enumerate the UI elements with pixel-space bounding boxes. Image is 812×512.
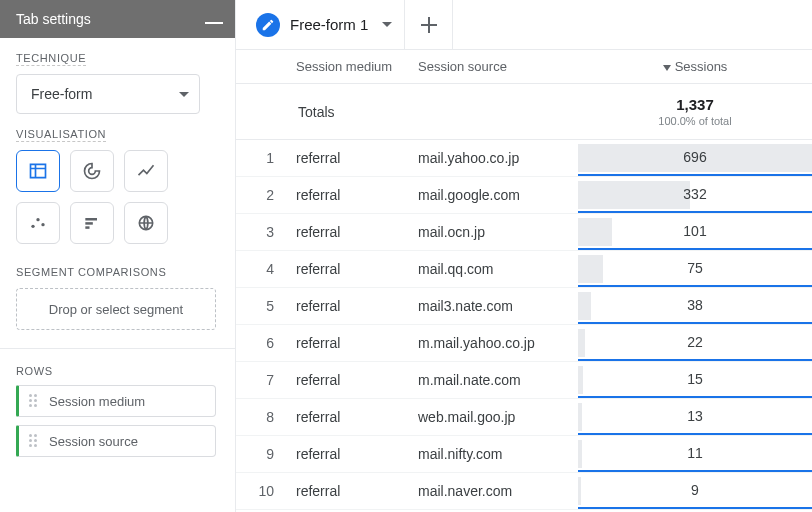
globe-icon xyxy=(136,213,156,233)
table-row[interactable]: 8referralweb.mail.goo.jp13 xyxy=(236,399,812,436)
add-tab-button[interactable] xyxy=(405,0,453,50)
row-medium: referral xyxy=(290,372,418,388)
row-sessions-cell: 101 xyxy=(578,214,812,250)
technique-select[interactable]: Free-form xyxy=(16,74,200,114)
vis-geo-button[interactable] xyxy=(124,202,168,244)
row-sessions-value: 9 xyxy=(691,482,699,498)
row-sessions-cell: 11 xyxy=(578,436,812,472)
svg-rect-4 xyxy=(85,222,93,225)
row-source: web.mail.goo.jp xyxy=(418,409,578,425)
totals-row: Totals 1,337 100.0% of total xyxy=(236,84,812,140)
scatter-chart-icon xyxy=(28,213,48,233)
line-chart-icon xyxy=(136,161,156,181)
svg-point-1 xyxy=(36,218,39,221)
data-rows: 1referralmail.yahoo.co.jp6962referralmai… xyxy=(236,140,812,510)
technique-value: Free-form xyxy=(31,86,92,102)
segment-dropzone[interactable]: Drop or select segment xyxy=(16,288,216,330)
table-row[interactable]: 10referralmail.naver.com9 xyxy=(236,473,812,510)
row-sessions-value: 696 xyxy=(683,149,706,165)
col-header-source[interactable]: Session source xyxy=(418,59,578,74)
table-row[interactable]: 7referralm.mail.nate.com15 xyxy=(236,362,812,399)
row-sessions-cell: 9 xyxy=(578,473,812,509)
main-panel: Free-form 1 Session medium Session sourc… xyxy=(236,0,812,512)
row-sessions-cell: 696 xyxy=(578,140,812,176)
totals-value: 1,337 xyxy=(578,96,812,113)
row-sessions-cell: 22 xyxy=(578,325,812,361)
row-medium: referral xyxy=(290,150,418,166)
table-row[interactable]: 1referralmail.yahoo.co.jp696 xyxy=(236,140,812,177)
row-sessions-value: 332 xyxy=(683,186,706,202)
drag-handle-icon xyxy=(29,394,39,408)
sidebar-title: Tab settings xyxy=(16,11,91,27)
row-medium: referral xyxy=(290,261,418,277)
row-medium: referral xyxy=(290,187,418,203)
report-tab-freeform1[interactable]: Free-form 1 xyxy=(246,0,405,50)
chevron-down-icon xyxy=(179,92,189,97)
table-icon xyxy=(28,161,48,181)
edit-icon xyxy=(256,13,280,37)
technique-label: TECHNIQUE xyxy=(16,52,219,66)
row-chip-session-medium[interactable]: Session medium xyxy=(16,385,216,417)
row-medium: referral xyxy=(290,483,418,499)
row-medium: referral xyxy=(290,446,418,462)
report-tabbar: Free-form 1 xyxy=(236,0,812,50)
row-source: mail.naver.com xyxy=(418,483,578,499)
row-source: mail.yahoo.co.jp xyxy=(418,150,578,166)
chevron-down-icon xyxy=(382,22,392,27)
row-source: mail.ocn.jp xyxy=(418,224,578,240)
row-medium: referral xyxy=(290,298,418,314)
visualisation-label: VISUALISATION xyxy=(16,128,219,142)
drag-handle-icon xyxy=(29,434,39,448)
report-tab-title: Free-form 1 xyxy=(290,16,368,33)
row-index: 6 xyxy=(236,335,290,351)
col-header-sessions[interactable]: Sessions xyxy=(578,59,812,74)
row-sessions-cell: 13 xyxy=(578,399,812,435)
vis-table-button[interactable] xyxy=(16,150,60,192)
svg-rect-5 xyxy=(85,226,89,229)
row-index: 5 xyxy=(236,298,290,314)
row-index: 9 xyxy=(236,446,290,462)
table-row[interactable]: 4referralmail.qq.com75 xyxy=(236,251,812,288)
row-index: 2 xyxy=(236,187,290,203)
row-index: 7 xyxy=(236,372,290,388)
minimize-icon[interactable] xyxy=(205,22,223,24)
vis-donut-button[interactable] xyxy=(70,150,114,192)
row-sessions-cell: 332 xyxy=(578,177,812,213)
col-header-medium[interactable]: Session medium xyxy=(290,59,418,74)
tab-settings-sidebar: Tab settings TECHNIQUE Free-form VISUALI… xyxy=(0,0,236,512)
row-source: m.mail.yahoo.co.jp xyxy=(418,335,578,351)
vis-bar-button[interactable] xyxy=(70,202,114,244)
table-row[interactable]: 5referralmail3.nate.com38 xyxy=(236,288,812,325)
row-index: 3 xyxy=(236,224,290,240)
sidebar-header: Tab settings xyxy=(0,0,235,38)
row-source: mail.nifty.com xyxy=(418,446,578,462)
svg-point-0 xyxy=(31,225,34,228)
row-medium: referral xyxy=(290,335,418,351)
row-source: mail3.nate.com xyxy=(418,298,578,314)
svg-point-2 xyxy=(41,223,44,226)
row-sessions-cell: 38 xyxy=(578,288,812,324)
row-medium: referral xyxy=(290,409,418,425)
row-sessions-value: 75 xyxy=(687,260,703,276)
row-sessions-value: 11 xyxy=(687,445,703,461)
vis-line-button[interactable] xyxy=(124,150,168,192)
vis-scatter-button[interactable] xyxy=(16,202,60,244)
row-sessions-value: 22 xyxy=(687,334,703,350)
table-row[interactable]: 6referralm.mail.yahoo.co.jp22 xyxy=(236,325,812,362)
row-sessions-value: 38 xyxy=(687,297,703,313)
table-row[interactable]: 3referralmail.ocn.jp101 xyxy=(236,214,812,251)
plus-icon xyxy=(421,17,437,33)
bar-chart-icon xyxy=(82,213,102,233)
table-row[interactable]: 9referralmail.nifty.com11 xyxy=(236,436,812,473)
row-chip-session-source[interactable]: Session source xyxy=(16,425,216,457)
row-source: mail.google.com xyxy=(418,187,578,203)
row-sessions-value: 13 xyxy=(687,408,703,424)
row-index: 4 xyxy=(236,261,290,277)
row-index: 8 xyxy=(236,409,290,425)
row-sessions-cell: 15 xyxy=(578,362,812,398)
row-sessions-cell: 75 xyxy=(578,251,812,287)
row-sessions-value: 15 xyxy=(687,371,703,387)
table-row[interactable]: 2referralmail.google.com332 xyxy=(236,177,812,214)
row-index: 10 xyxy=(236,483,290,499)
donut-chart-icon xyxy=(82,161,102,181)
